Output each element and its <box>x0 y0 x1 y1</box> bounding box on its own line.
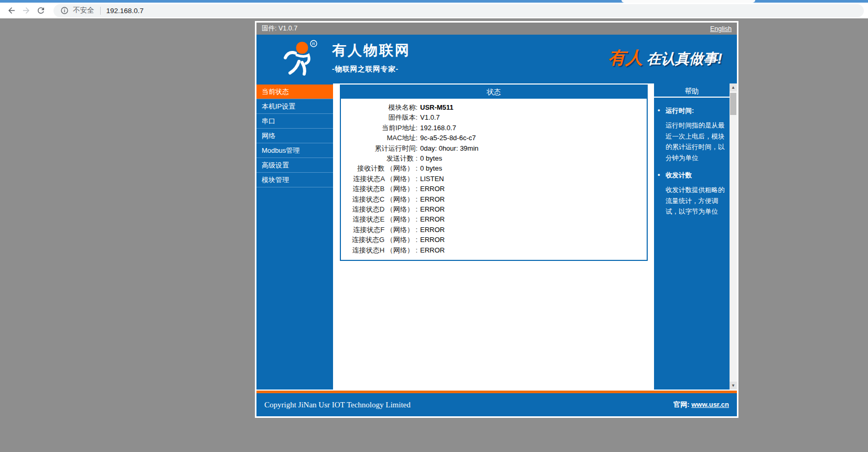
site-label: 官网: <box>673 401 689 408</box>
address-bar[interactable]: 不安全 192.168.0.7 <box>53 4 864 17</box>
sidebar-item-modbus[interactable]: Modbus管理 <box>256 143 333 158</box>
back-button[interactable] <box>4 4 19 17</box>
sidebar-item-network[interactable]: 网络 <box>256 129 333 143</box>
status-row-conn-b: 连接状态B （网络） : ERROR <box>341 184 647 194</box>
sidebar-item-local-ip[interactable]: 本机IP设置 <box>256 99 333 114</box>
security-label: 不安全 <box>73 6 94 15</box>
status-row-firmware: 固件版本: V1.0.7 <box>341 112 647 122</box>
active-tab-top <box>621 0 755 3</box>
page-footer: Copyright JiNan Usr IOT Technology Limit… <box>256 393 737 416</box>
status-row-conn-f: 连接状态F （网络） : ERROR <box>341 225 647 235</box>
help-text-counters: 收发计数提供粗略的流量统计，方便调试，以字节为单位 <box>658 185 725 217</box>
forward-button[interactable] <box>19 4 34 17</box>
sidebar-item-module-mgmt[interactable]: 模块管理 <box>256 173 333 187</box>
brand-block: 有人物联网 -物联网之联网专家- <box>332 41 411 74</box>
info-icon <box>60 6 69 15</box>
bullet-icon: • <box>658 107 666 115</box>
browser-toolbar: 不安全 192.168.0.7 <box>0 3 868 18</box>
status-row-conn-e: 连接状态E （网络） : ERROR <box>341 214 647 224</box>
url-text: 192.168.0.7 <box>106 7 144 15</box>
status-panel: 状态 模块名称: USR-M511 固件版本: V1.0.7 当前IP地址: 1… <box>340 85 648 261</box>
help-panel-body: • 运行时间: 运行时间指的是从最近一次上电后，模块的累计运行时间，以分钟为单位… <box>654 98 730 217</box>
status-row-conn-d: 连接状态D （网络） : ERROR <box>341 204 647 214</box>
status-row-conn-g: 连接状态G （网络） : ERROR <box>341 235 647 245</box>
sidebar-item-serial[interactable]: 串口 <box>256 114 333 129</box>
arrow-left-icon <box>7 6 16 15</box>
help-section-uptime: • 运行时间: 运行时间指的是从最近一次上电后，模块的累计运行时间，以分钟为单位 <box>658 107 725 163</box>
brand-title: 有人物联网 <box>332 41 411 60</box>
help-panel: 帮助 • 运行时间: 运行时间指的是从最近一次上电后，模块的累计运行时间，以分钟… <box>654 83 730 390</box>
bullet-icon: • <box>658 171 666 180</box>
status-row-conn-a: 连接状态A （网络） : LISTEN <box>341 174 647 184</box>
status-row-rx-count: 接收计数 （网络） : 0 bytes <box>341 163 647 173</box>
official-site: 官网: www.usr.cn <box>673 400 729 409</box>
help-text-uptime: 运行时间指的是从最近一次上电后，模块的累计运行时间，以分钟为单位 <box>658 120 725 163</box>
brand-subtitle: -物联网之联网专家- <box>332 65 411 74</box>
sidebar-menu: 当前状态 本机IP设置 串口 网络 Modbus管理 高级设置 模块管理 <box>256 83 333 390</box>
page-scrollbar[interactable]: ▲ ▼ <box>730 83 737 390</box>
desktop-background: 固件: V1.0.7 English R 有人物联网 -物联网之联网专家- 有人… <box>0 18 868 452</box>
status-row-conn-h: 连接状态H （网络） : ERROR <box>341 245 647 255</box>
main-column: 状态 模块名称: USR-M511 固件版本: V1.0.7 当前IP地址: 1… <box>333 83 654 390</box>
scroll-up-icon[interactable]: ▲ <box>730 83 737 91</box>
status-panel-body: 模块名称: USR-M511 固件版本: V1.0.7 当前IP地址: 192.… <box>341 99 647 260</box>
brand-slogan: 有人 在认真做事! <box>608 46 722 69</box>
page-topbar: 固件: V1.0.7 English <box>256 23 737 35</box>
device-config-page: 固件: V1.0.7 English R 有人物联网 -物联网之联网专家- 有人… <box>255 21 738 418</box>
english-language-link[interactable]: English <box>710 25 732 33</box>
sidebar-item-current-status[interactable]: 当前状态 <box>256 85 333 99</box>
refresh-icon <box>36 6 46 15</box>
page-header: R 有人物联网 -物联网之联网专家- 有人 在认真做事! <box>256 35 737 80</box>
slogan-white-text: 在认真做事! <box>647 50 722 66</box>
status-row-conn-c: 连接状态C （网络） : ERROR <box>341 194 647 204</box>
help-section-counters: • 收发计数 收发计数提供粗略的流量统计，方便调试，以字节为单位 <box>658 171 725 217</box>
status-row-ip: 当前IP地址: 192.168.0.7 <box>341 123 647 133</box>
arrow-right-icon <box>22 6 31 15</box>
copyright-text: Copyright JiNan Usr IOT Technology Limit… <box>264 401 411 409</box>
firmware-version-label: 固件: V1.0.7 <box>262 24 297 33</box>
usr-logo-icon: R <box>281 39 318 77</box>
svg-text:R: R <box>312 41 315 46</box>
help-heading-uptime: 运行时间: <box>666 107 694 115</box>
browser-tabstrip <box>0 0 868 3</box>
status-row-mac: MAC地址: 9c-a5-25-8d-6c-c7 <box>341 133 647 143</box>
status-row-tx-count: 发送计数 : 0 bytes <box>341 153 647 163</box>
scroll-down-icon[interactable]: ▼ <box>730 382 737 390</box>
refresh-button[interactable] <box>34 4 48 17</box>
scrollbar-thumb[interactable] <box>730 93 736 115</box>
status-row-uptime: 累计运行时间: 0day: 0hour: 39min <box>341 143 647 153</box>
status-row-module-name: 模块名称: USR-M511 <box>341 102 647 112</box>
sidebar-item-advanced[interactable]: 高级设置 <box>256 158 333 173</box>
status-panel-title: 状态 <box>341 86 647 99</box>
help-panel-title: 帮助 <box>654 85 730 98</box>
slogan-orange-text: 有人 <box>608 47 643 67</box>
content-row: 当前状态 本机IP设置 串口 网络 Modbus管理 高级设置 模块管理 状态 … <box>256 80 737 390</box>
site-link[interactable]: www.usr.cn <box>691 401 729 408</box>
address-divider <box>100 7 101 15</box>
help-heading-counters: 收发计数 <box>666 171 692 180</box>
